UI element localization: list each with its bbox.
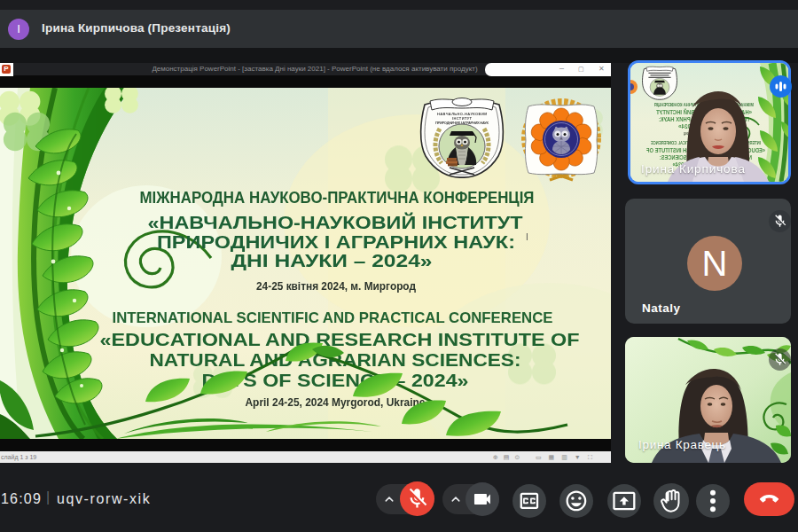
svg-text:«НАВЧАЛЬНО-НАУКОВИЙ ІНСТИТУТ: «НАВЧАЛЬНО-НАУКОВИЙ ІНСТИТУТ	[148, 212, 523, 232]
svg-text:INTERNATIONAL SCIENTIFIC AND P: INTERNATIONAL SCIENTIFIC AND PRACTICAL C…	[113, 309, 553, 326]
svg-text:МІЖНАРОДНА НАУКОВО-ПРАКТИЧНА К: МІЖНАРОДНА НАУКОВО-ПРАКТИЧНА КОНФЕРЕНЦІЯ	[140, 189, 535, 207]
svg-text:I: I	[526, 232, 528, 242]
svg-text:ПРИРОДНИЧИХ І АГРАРНИХ НАУК:: ПРИРОДНИЧИХ І АГРАРНИХ НАУК:	[157, 231, 515, 252]
svg-text:April 24-25, 2024 Myrgorod, Uk: April 24-25, 2024 Myrgorod, Ukraine	[246, 395, 426, 409]
svg-text:24-25 квітня 2024, м. Миргород: 24-25 квітня 2024, м. Миргород	[256, 279, 416, 293]
svg-text:ДНІ НАУКИ – 2024»: ДНІ НАУКИ – 2024»	[231, 250, 433, 270]
svg-text:«EDUCATIONAL AND RESEARCH INST: «EDUCATIONAL AND RESEARCH INSTITUTE OF	[100, 329, 580, 349]
